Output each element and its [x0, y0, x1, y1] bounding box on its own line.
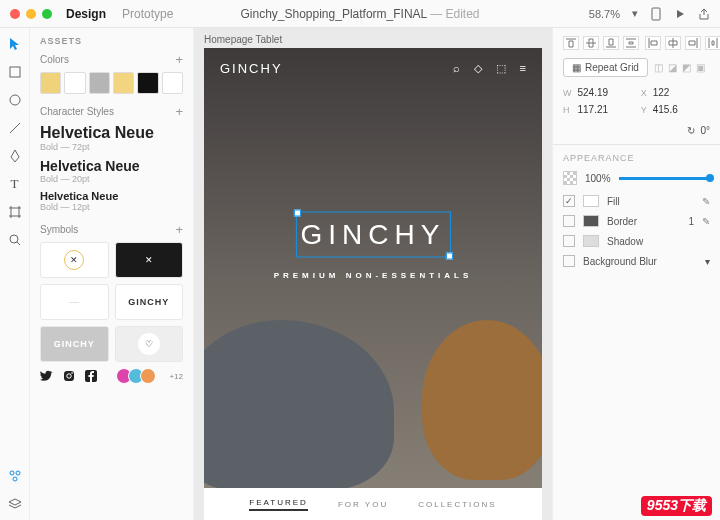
svg-point-10	[71, 372, 73, 374]
color-swatch[interactable]	[89, 72, 110, 94]
text-tool-icon[interactable]: T	[7, 176, 23, 192]
x-value[interactable]: 122	[653, 87, 710, 98]
height-label: H	[563, 105, 572, 115]
y-value[interactable]: 415.6	[653, 104, 710, 115]
align-hcenter-icon[interactable]	[665, 36, 681, 50]
boolean-subtract-icon[interactable]: ◪	[668, 62, 677, 73]
add-char-style-icon[interactable]: +	[175, 104, 183, 119]
appearance-heading: APPEARANCE	[563, 153, 710, 163]
instagram-icon[interactable]	[63, 370, 75, 382]
pen-tool-icon[interactable]	[7, 148, 23, 164]
opacity-value[interactable]: 100%	[585, 173, 611, 184]
facebook-icon[interactable]	[85, 370, 97, 382]
align-bottom-icon[interactable]	[603, 36, 619, 50]
align-left-icon[interactable]	[645, 36, 661, 50]
artboard-label[interactable]: Homepage Tablet	[204, 34, 542, 45]
rectangle-tool-icon[interactable]	[7, 64, 23, 80]
distribute-v-icon[interactable]	[623, 36, 639, 50]
rotate-icon[interactable]: ↻	[687, 125, 695, 136]
distribute-h-icon[interactable]	[705, 36, 720, 50]
twitter-icon[interactable]	[40, 370, 53, 382]
maximize-icon[interactable]	[42, 9, 52, 19]
user-icon: ◇	[474, 62, 482, 75]
share-icon[interactable]	[698, 8, 710, 20]
zoom-tool-icon[interactable]	[7, 232, 23, 248]
fill-checkbox[interactable]	[563, 195, 575, 207]
eyedropper-icon[interactable]: ✎	[702, 216, 710, 227]
border-checkbox[interactable]	[563, 215, 575, 227]
doc-edited: — Edited	[430, 7, 479, 21]
svg-point-4	[10, 235, 18, 243]
artboard-tool-icon[interactable]	[7, 204, 23, 220]
color-swatch[interactable]	[113, 72, 134, 94]
line-tool-icon[interactable]	[7, 120, 23, 136]
ellipse-tool-icon[interactable]	[7, 92, 23, 108]
svg-point-2	[10, 95, 20, 105]
width-value[interactable]: 524.19	[578, 87, 635, 98]
canvas-area[interactable]: Homepage Tablet GINCHY ⌕ ◇ ⬚ ≡ GINCHY PR…	[194, 28, 552, 520]
hero-image-left	[204, 320, 394, 490]
zoom-level[interactable]: 58.7%	[589, 8, 620, 20]
char-style-item[interactable]: Helvetica Neue Bold — 12pt	[40, 190, 183, 212]
watermark: 9553下载	[641, 496, 712, 516]
assets-panel-icon[interactable]	[7, 468, 23, 484]
char-style-item[interactable]: Helvetica Neue Bold — 20pt	[40, 158, 183, 184]
repeat-grid-button[interactable]: ▦Repeat Grid	[563, 58, 648, 77]
svg-rect-1	[10, 67, 20, 77]
shared-avatars[interactable]	[120, 368, 156, 384]
height-value[interactable]: 117.21	[578, 104, 635, 115]
symbol-item[interactable]: ✕	[115, 242, 184, 278]
symbol-item[interactable]: ✕	[40, 242, 109, 278]
nav-item: COLLECTIONS	[418, 500, 496, 509]
symbol-item[interactable]: ——	[40, 284, 109, 320]
color-swatch[interactable]	[64, 72, 85, 94]
minimize-icon[interactable]	[26, 9, 36, 19]
shadow-checkbox[interactable]	[563, 235, 575, 247]
boolean-intersect-icon[interactable]: ◩	[682, 62, 691, 73]
add-color-icon[interactable]: +	[175, 52, 183, 67]
select-tool-icon[interactable]	[7, 36, 23, 52]
char-style-name: Helvetica Neue	[40, 158, 183, 174]
assets-panel: ASSETS Colors + Character Styles + Helve	[30, 28, 194, 520]
selected-text-element[interactable]: GINCHY	[297, 213, 450, 257]
fill-color-swatch[interactable]	[583, 195, 599, 207]
color-swatch[interactable]	[162, 72, 183, 94]
color-swatch[interactable]	[137, 72, 158, 94]
tab-prototype[interactable]: Prototype	[122, 7, 173, 21]
eyedropper-icon[interactable]: ✎	[702, 196, 710, 207]
shadow-color-swatch[interactable]	[583, 235, 599, 247]
boolean-exclude-icon[interactable]: ▣	[696, 62, 705, 73]
bag-icon: ⬚	[496, 62, 506, 75]
svg-point-5	[10, 471, 14, 475]
rotate-value[interactable]: 0°	[700, 125, 710, 136]
chevron-down-icon[interactable]: ▾	[705, 256, 710, 267]
border-width[interactable]: 1	[676, 216, 694, 227]
assets-title: ASSETS	[40, 36, 183, 46]
add-symbol-icon[interactable]: +	[175, 222, 183, 237]
device-preview-icon[interactable]	[650, 7, 662, 21]
svg-point-7	[13, 477, 17, 481]
play-icon[interactable]	[674, 8, 686, 20]
color-swatch[interactable]	[40, 72, 61, 94]
align-top-icon[interactable]	[563, 36, 579, 50]
chevron-down-icon[interactable]: ▾	[632, 7, 638, 20]
nav-item: FEATURED	[249, 498, 308, 511]
shadow-label: Shadow	[607, 236, 710, 247]
svg-rect-3	[11, 208, 19, 216]
layers-panel-icon[interactable]	[7, 496, 23, 512]
align-vcenter-icon[interactable]	[583, 36, 599, 50]
char-style-item[interactable]: Helvetica Neue Bold — 72pt	[40, 124, 183, 152]
align-right-icon[interactable]	[685, 36, 701, 50]
opacity-slider[interactable]	[619, 177, 710, 180]
char-style-meta: Bold — 12pt	[40, 202, 183, 212]
artboard[interactable]: GINCHY ⌕ ◇ ⬚ ≡ GINCHY PREMIUM NON-ESSENT…	[204, 48, 542, 520]
symbol-item[interactable]: GINCHY	[115, 284, 184, 320]
symbol-item[interactable]: ♡	[115, 326, 184, 362]
boolean-add-icon[interactable]: ◫	[654, 62, 663, 73]
tab-design[interactable]: Design	[66, 7, 106, 21]
close-icon[interactable]	[10, 9, 20, 19]
symbol-item[interactable]: GINCHY	[40, 326, 109, 362]
design-header: GINCHY ⌕ ◇ ⬚ ≡	[204, 48, 542, 88]
border-color-swatch[interactable]	[583, 215, 599, 227]
blur-checkbox[interactable]	[563, 255, 575, 267]
